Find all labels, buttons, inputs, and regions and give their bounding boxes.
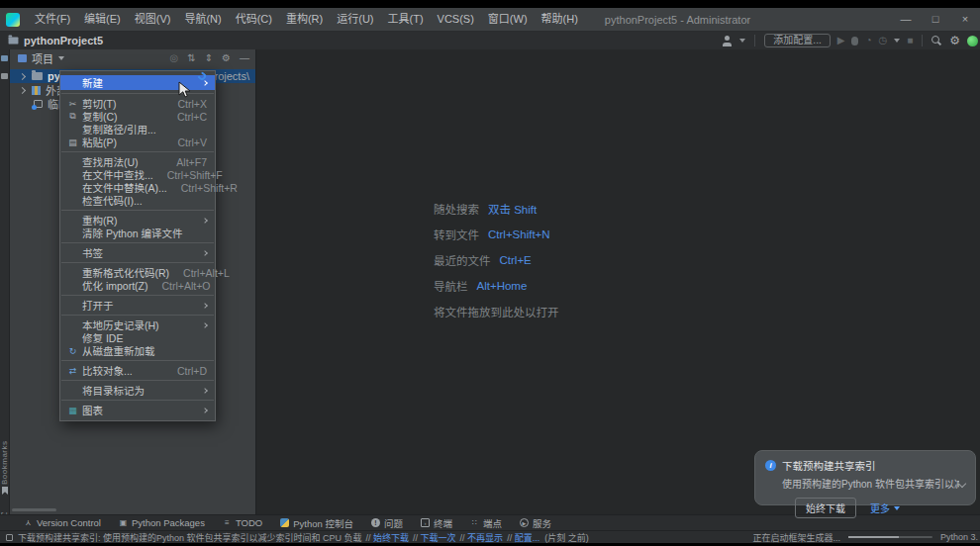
- context-menu-item[interactable]: 优化 import(Z) Ctrl+Alt+O: [60, 279, 215, 292]
- always-download-button[interactable]: 始终下载: [795, 498, 856, 518]
- menubar-item[interactable]: 窗口(W): [481, 8, 535, 31]
- collapse-all-icon[interactable]: ⇕: [205, 50, 213, 66]
- context-menu-item[interactable]: 比较对象... Ctrl+D: [60, 364, 215, 377]
- chevron-down-icon[interactable]: [58, 56, 64, 60]
- status-event-icon[interactable]: [6, 534, 13, 541]
- project-tool-icon[interactable]: [1, 55, 8, 61]
- editor-area[interactable]: 随处搜索 双击 Shift 转到文件 Ctrl+Shift+N 最近的文件 Ct…: [255, 49, 980, 514]
- bottom-tool-button[interactable]: 问题: [371, 516, 403, 530]
- context-menu-item[interactable]: 打开于: [60, 299, 215, 312]
- menu-item-shortcut: Ctrl+X: [164, 98, 207, 110]
- menubar-item[interactable]: 重构(R): [279, 8, 330, 31]
- context-menu: 新建 剪切(T) Ctrl+X 复制(C) Ctrl+C: [59, 70, 216, 421]
- menubar-item[interactable]: 导航(N): [177, 8, 228, 31]
- menu-item-label: 打开于: [82, 298, 114, 313]
- menubar-item[interactable]: 代码(C): [229, 8, 279, 31]
- menubar-item[interactable]: 文件(F): [28, 8, 77, 31]
- locate-file-icon[interactable]: ◎: [170, 50, 179, 66]
- menubar-item[interactable]: 运行(U): [330, 8, 380, 31]
- context-menu-item[interactable]: 将目录标记为: [60, 384, 215, 397]
- tool-label: 服务: [533, 516, 551, 530]
- shortcut-hint-row: 转到文件 Ctrl+Shift+N: [434, 222, 568, 247]
- menubar-item[interactable]: 工具(T): [381, 8, 431, 31]
- context-menu-item[interactable]: 清除 Python 编译文件: [60, 227, 215, 239]
- bookmarks-tab[interactable]: Bookmarks: [0, 425, 10, 485]
- submenu-arrow-icon: [202, 408, 208, 413]
- bottom-tool-button[interactable]: 端点: [470, 516, 502, 530]
- context-menu-item[interactable]: [61, 210, 214, 211]
- run-icon[interactable]: ▶: [837, 34, 845, 47]
- bottom-tool-button[interactable]: 终端: [421, 516, 452, 530]
- debug-bug-icon[interactable]: [851, 37, 858, 46]
- tool-label: 端点: [483, 516, 502, 530]
- context-menu-item[interactable]: [61, 242, 214, 243]
- context-menu-item[interactable]: [61, 380, 214, 381]
- settings-gear-icon[interactable]: ⚙: [949, 34, 960, 47]
- coverage-icon[interactable]: ◔: [865, 34, 871, 47]
- context-menu-item[interactable]: 检查代码(I)...: [60, 194, 215, 207]
- tool-label: Version Control: [37, 517, 101, 528]
- submenu-arrow-icon: [202, 80, 208, 86]
- submenu-arrow-icon: [202, 250, 208, 256]
- context-menu-item[interactable]: [61, 400, 214, 401]
- status-link[interactable]: 配置...: [507, 531, 539, 544]
- shortcut-hint-row: 最近的文件 Ctrl+E: [434, 247, 568, 273]
- menubar-item[interactable]: 编辑(E): [77, 8, 128, 31]
- status-link[interactable]: 下载一次: [413, 531, 456, 544]
- horizontal-scrollbar[interactable]: [12, 508, 56, 511]
- close-button[interactable]: ×: [950, 8, 980, 31]
- project-view-icon: [18, 54, 27, 62]
- menu-item-label: 检查代码(I)...: [82, 193, 143, 208]
- search-icon[interactable]: [931, 36, 942, 46]
- context-menu-item[interactable]: [61, 151, 214, 152]
- profiler-icon[interactable]: ◷: [878, 34, 887, 47]
- interpreter-selector[interactable]: Python 3.: [940, 532, 978, 542]
- notification-body: 使用预构建的Python 软件包共享索引以减少索引时: [765, 476, 959, 491]
- hide-panel-icon[interactable]: —: [240, 50, 249, 66]
- bottom-tool-button[interactable]: Version Control: [24, 517, 101, 528]
- menubar-item[interactable]: 帮助(H): [535, 8, 585, 31]
- stop-icon[interactable]: ■: [907, 34, 913, 47]
- tool-icon: [223, 518, 232, 527]
- context-menu-item[interactable]: [61, 360, 214, 361]
- breadcrumb[interactable]: pythonProject5: [24, 35, 103, 46]
- status-link[interactable]: 始终下载: [366, 531, 410, 544]
- menu-item-label: 书签: [82, 245, 103, 260]
- status-link[interactable]: 不再显示: [460, 531, 504, 544]
- bottom-tool-button[interactable]: TODO: [223, 517, 262, 528]
- event-indicator-icon[interactable]: [967, 36, 978, 46]
- context-menu-item[interactable]: 书签: [60, 246, 215, 259]
- expand-all-icon[interactable]: ⇅: [187, 50, 195, 66]
- user-icon[interactable]: [722, 36, 733, 46]
- bottom-tool-button[interactable]: Python 控制台: [280, 516, 353, 530]
- context-menu-item[interactable]: [61, 262, 214, 263]
- context-menu-item[interactable]: [61, 315, 214, 316]
- maximize-button[interactable]: □: [921, 8, 950, 31]
- chevron-right-icon[interactable]: [19, 72, 26, 79]
- bottom-tool-button[interactable]: Python Packages: [119, 517, 205, 528]
- context-menu-item[interactable]: 图表: [60, 404, 215, 416]
- chevron-down-icon[interactable]: [739, 39, 745, 43]
- minimize-button[interactable]: —: [891, 8, 921, 31]
- shortcut-keys: 双击 Shift: [488, 201, 537, 217]
- more-dropdown-link[interactable]: 更多: [870, 500, 900, 515]
- expand-chevron-icon[interactable]: [958, 479, 966, 487]
- bottom-tool-button[interactable]: 服务: [520, 516, 551, 530]
- panel-settings-gear-icon[interactable]: ⚙: [222, 50, 231, 66]
- shortcut-label: 最近的文件: [434, 252, 491, 268]
- context-menu-item[interactable]: [61, 295, 214, 296]
- menubar: 文件(F)编辑(E)视图(V)导航(N)代码(C)重构(R)运行(U)工具(T)…: [28, 8, 585, 31]
- project-panel-title[interactable]: 项目: [32, 50, 53, 66]
- menubar-item[interactable]: 视图(V): [128, 8, 178, 31]
- menu-item-shortcut: Ctrl+Shift+F: [153, 169, 223, 181]
- chevron-down-icon[interactable]: [894, 39, 900, 43]
- chevron-right-icon[interactable]: [19, 86, 26, 93]
- context-menu-item[interactable]: [61, 93, 214, 94]
- folder-tool-icon[interactable]: [1, 73, 8, 79]
- context-menu-item[interactable]: 从磁盘重新加载: [60, 344, 215, 357]
- add-configuration-button[interactable]: 添加配置...: [764, 34, 830, 47]
- context-menu-item[interactable]: 粘贴(P) Ctrl+V: [60, 136, 215, 148]
- menu-item-shortcut: Ctrl+D: [163, 365, 207, 377]
- menubar-item[interactable]: VCS(S): [431, 8, 481, 31]
- context-menu-item[interactable]: 新建: [60, 75, 215, 90]
